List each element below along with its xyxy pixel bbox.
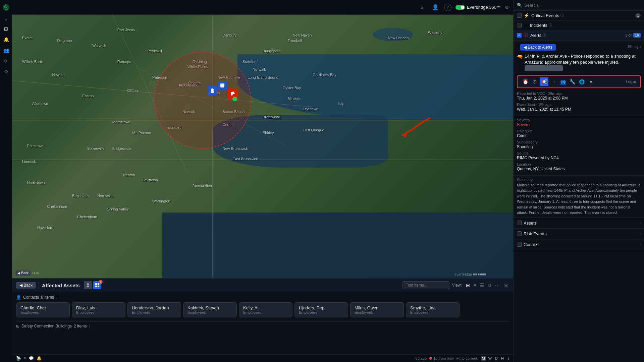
contact-card-6[interactable]: Lijnders, Pep Employees [294,302,348,317]
map-back-btn[interactable]: ◀ Back [15,270,31,276]
sidebar-item-alerts[interactable]: 🔔 [1,35,11,44]
footer-list-icon[interactable]: ≡ [24,356,26,361]
map-watermark: everbridge ■■■■■■ [454,272,486,276]
incidents-info[interactable]: ⓘ [549,23,552,27]
bottom-back-btn[interactable]: ◀ Back [16,282,36,289]
panel-close-btn[interactable]: ✕ [504,283,509,288]
footer-chat-icon[interactable]: 💬 [29,356,34,361]
action-wrench-btn[interactable]: 🔧 [568,77,577,86]
bottom-panel: ◀ Back Affected Assets 2 View: ⊞ ≡ ☰ [12,278,513,362]
critical-events-info[interactable]: ⓘ [560,13,564,18]
fit-btn-d[interactable]: D [494,356,499,361]
sidebar-item-dashboard[interactable]: ⊞ [1,24,11,34]
asset-view-grid[interactable]: 2 [93,281,101,289]
buildings-sort-icon[interactable]: ↕ [89,324,91,328]
view-grid-btn[interactable]: ⊞ [465,282,471,289]
assets-expand[interactable]: Assets › [514,218,644,229]
buildings-count: 2 items [74,324,87,328]
contacts-grid: Charlie, Chet Employees Diaz, Luis Emplo… [16,302,509,317]
sidebar-expand-btn[interactable]: » [1,16,11,23]
contact-card-8[interactable]: Smythe, Lina Employees [406,302,460,317]
sidebar-item-settings[interactable]: ⚙ [1,67,11,76]
assets-checkbox[interactable] [517,221,522,225]
action-globe-btn[interactable]: 🌐 [577,77,586,86]
fit-btn-w[interactable]: W [487,356,493,361]
contacts-label: Contacts [23,295,39,300]
map-marker-green[interactable] [232,97,237,101]
sidebar-item-flights[interactable]: ✈ [1,56,11,66]
alerts-info[interactable]: ⓘ [543,33,546,38]
sidebar-item-contacts[interactable]: 👥 [1,46,11,55]
contact-card-1[interactable]: Charlie, Chet Employees [16,302,70,317]
critical-events-checkbox[interactable] [517,13,522,18]
view-table-btn[interactable]: ☰ [479,282,486,289]
contact-card-5[interactable]: Kelly, Al Employees [239,302,292,317]
action-notify-btn[interactable]: 📢 [540,77,548,86]
right-search-input[interactable] [524,3,641,8]
map-area[interactable]: Exeter Wilkes-Barre Dingman Warwick Port… [12,15,513,278]
collapse-icon[interactable]: « [417,3,427,12]
fit-btn-m[interactable]: M [481,356,486,361]
footer-alert-icon[interactable]: 🔔 [37,356,42,361]
context-expand[interactable]: Context › [514,239,644,250]
svg-rect-18 [95,286,97,287]
map-marker-blue-2[interactable] [218,81,227,90]
action-timer-btn[interactable]: ⏱ [530,77,539,86]
action-people-btn[interactable]: 👥 [558,77,567,86]
bottom-title: Affected Assets [42,283,80,288]
risk-events-checkbox[interactable] [517,231,522,236]
app-logo[interactable] [1,3,11,12]
svg-rect-12 [220,83,224,87]
contact-type-1: Employees [20,310,65,314]
subcategory-label: Subcategory [517,140,641,144]
contact-card-2[interactable]: Diaz, Luis Employees [72,302,125,317]
alerts-icon: ⓘ [524,32,528,38]
asset-view-person[interactable] [84,281,92,289]
svg-point-7 [150,81,154,85]
incidents-icon: ⚠ [524,22,528,28]
action-filter-btn[interactable]: ▼ [587,77,595,86]
risk-events-expand[interactable]: Risk Events › [514,229,644,239]
left-sidebar: » ⊞ 🔔 👥 ✈ ⚙ [0,0,12,362]
contact-card-4[interactable]: Kaldeck, Steven Employees [183,302,237,317]
toggle-switch[interactable] [455,5,465,10]
fit-btn-h[interactable]: H [500,356,505,361]
footer-info-icon[interactable]: ℹ [507,356,509,361]
footer-wifi-icon[interactable]: 📡 [16,356,21,361]
contact-icon: 👤 [16,295,21,300]
view-more-btn[interactable]: ⋯ [494,282,501,289]
contact-name-8: Smythe, Lina [410,305,455,310]
view-label: View: [452,283,462,288]
contact-card-3[interactable]: Henderson, Jordan Employees [127,302,181,317]
action-log-btn[interactable]: Log ▶ [626,79,637,84]
top-settings-icon[interactable]: ⚙ [505,5,509,10]
alert-time-badge: 15h ago [627,45,641,49]
svg-point-10 [211,88,214,91]
fit-label: Fit to current: [457,356,478,360]
contact-name-4: Kaldeck, Steven [187,305,232,310]
incidents-label: Incidents ⓘ [530,23,641,28]
contacts-sort-icon[interactable]: ↕ [56,295,58,299]
view-map-btn[interactable]: ⧉ [487,282,493,289]
contact-card-7[interactable]: Miles, Owen Employees [350,302,404,317]
location-label: Location [517,162,641,166]
alert-title-item[interactable]: 🔫 144th Pl & Archer Ave - Police respond… [514,51,644,74]
time-from-now: 1d from now [433,356,454,360]
source-value: RIMC Powered by NC4 [517,156,641,160]
view-list-btn[interactable]: ≡ [472,282,478,289]
action-alarm-btn[interactable]: ⏰ [521,77,530,86]
map-marker-blue-1[interactable] [208,86,217,95]
critical-events-icon: ⚡ [524,13,529,18]
context-checkbox[interactable] [517,242,522,247]
user-icon[interactable]: 👤 [431,3,440,12]
back-to-alerts-btn[interactable]: ◀ Back to Alerts [520,44,556,51]
bottom-search-input[interactable] [402,281,449,289]
incidents-checkbox[interactable] [517,23,522,27]
alerts-checkbox[interactable]: ✓ [517,33,522,38]
help-icon[interactable]: ? [444,4,451,11]
action-arrow-btn[interactable]: → [549,77,558,86]
alerts-section: ✓ ⓘ Alerts ⓘ 3 of 16 [514,30,644,41]
context-expand-arrow: › [640,243,641,246]
risk-events-expand-arrow: › [640,232,641,236]
action-icons-bar: ⏰ ⏱ 📢 → 👥 🔧 🌐 ▼ Log ▶ [517,75,641,88]
